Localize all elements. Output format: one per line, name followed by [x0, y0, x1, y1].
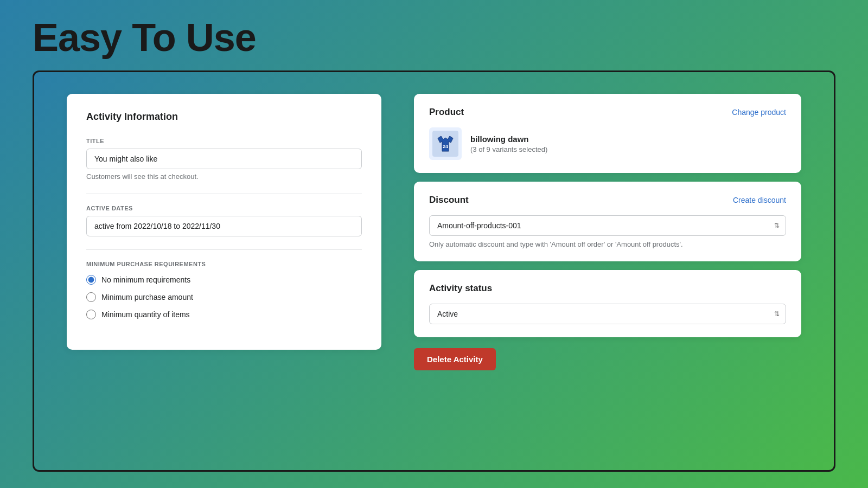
product-row: 24 billowing dawn (3 of 9 variants selec… [429, 127, 786, 160]
discount-card: Discount Create discount Amount-off-prod… [414, 182, 801, 261]
svg-text:24: 24 [443, 144, 448, 149]
product-name: billowing dawn [470, 134, 547, 144]
delete-button-container: Delete Activity [414, 346, 801, 370]
delete-activity-button[interactable]: Delete Activity [414, 348, 496, 370]
activity-status-card: Activity status Active Draft ⇅ [414, 270, 801, 337]
discount-select-wrapper: Amount-off-products-001 Amount-off-order… [429, 215, 786, 236]
create-discount-button[interactable]: Create discount [733, 196, 786, 204]
radio-none-label: No minimum requirements [101, 275, 190, 284]
change-product-button[interactable]: Change product [732, 108, 786, 117]
status-card-title: Activity status [429, 283, 492, 294]
radio-amount-label: Minimum purchase amount [101, 293, 193, 301]
divider-1 [86, 194, 362, 194]
min-purchase-label: MINIMUM PURCHASE REQUIREMENTS [86, 261, 362, 267]
radio-none[interactable] [86, 275, 96, 285]
active-dates-select-wrapper: active from 2022/10/18 to 2022/11/30 [86, 216, 362, 236]
status-select[interactable]: Active Draft [429, 304, 786, 324]
product-variants: (3 of 9 variants selected) [470, 145, 547, 153]
discount-hint: Only automatic discount and type with 'A… [429, 240, 786, 248]
product-card-title: Product [429, 107, 464, 118]
discount-select[interactable]: Amount-off-products-001 Amount-off-order… [429, 215, 786, 236]
radio-amount[interactable] [86, 292, 96, 302]
min-purchase-group: MINIMUM PURCHASE REQUIREMENTS No minimum… [86, 261, 362, 319]
discount-card-title: Discount [429, 195, 469, 206]
active-dates-select[interactable]: active from 2022/10/18 to 2022/11/30 [86, 216, 362, 236]
activity-information-panel: Activity Information TITLE Customers wil… [67, 94, 381, 350]
right-panel: Product Change product 24 billowing dawn [414, 94, 801, 370]
radio-qty-label: Minimum quantity of items [101, 310, 190, 319]
page-title: Easy To Use [0, 0, 868, 70]
status-card-header: Activity status [429, 283, 786, 294]
product-card: Product Change product 24 billowing dawn [414, 94, 801, 173]
product-card-header: Product Change product [429, 107, 786, 118]
min-purchase-radio-group: No minimum requirements Minimum purchase… [86, 275, 362, 319]
product-jersey-icon: 24 [432, 131, 458, 157]
active-dates-field-group: ACTIVE DATES active from 2022/10/18 to 2… [86, 205, 362, 236]
status-select-wrapper: Active Draft ⇅ [429, 304, 786, 324]
product-image: 24 [429, 127, 462, 160]
radio-item-amount[interactable]: Minimum purchase amount [86, 292, 362, 302]
left-panel-title: Activity Information [86, 111, 362, 123]
radio-qty[interactable] [86, 310, 96, 319]
product-info: billowing dawn (3 of 9 variants selected… [470, 134, 547, 153]
radio-item-none[interactable]: No minimum requirements [86, 275, 362, 285]
main-frame: Activity Information TITLE Customers wil… [33, 70, 835, 472]
discount-card-header: Discount Create discount [429, 195, 786, 206]
radio-item-qty[interactable]: Minimum quantity of items [86, 310, 362, 319]
active-dates-label: ACTIVE DATES [86, 205, 362, 211]
title-input[interactable] [86, 149, 362, 169]
title-field-hint: Customers will see this at checkout. [86, 172, 362, 181]
title-field-group: TITLE Customers will see this at checkou… [86, 138, 362, 181]
divider-2 [86, 249, 362, 250]
title-field-label: TITLE [86, 138, 362, 144]
